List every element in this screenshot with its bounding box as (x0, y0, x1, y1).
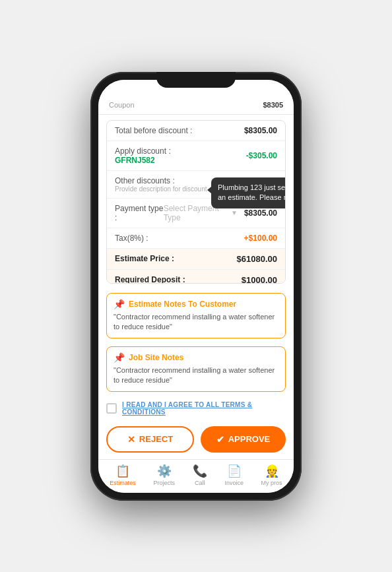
estimate-price-row: Estimate Price : $61080.00 (107, 249, 285, 270)
top-bar: Coupon $8305 (98, 98, 294, 115)
other-discounts-label: Other discounts : (115, 176, 207, 185)
nav-item-estimates[interactable]: 📋 Estimates (110, 464, 136, 486)
reject-icon: ✕ (127, 434, 135, 445)
nav-item-call[interactable]: 📞 Call (193, 464, 207, 486)
other-discounts-desc: Provide description for discount (115, 185, 207, 193)
total-before-discount-row: Total before discount : $8305.00 (107, 121, 285, 141)
discount-value: -$305.00 (246, 151, 277, 160)
call-icon: 📞 (193, 464, 207, 478)
price-section: Total before discount : $8305.00 Apply d… (106, 120, 286, 284)
nav-item-invoice[interactable]: 📄 Invoice (224, 464, 244, 486)
nav-item-projects[interactable]: ⚙️ Projects (154, 464, 176, 486)
jobsite-notes-text: "Contractor recommend installing a water… (114, 365, 278, 386)
jobsite-notes-section: 📌 Job Site Notes "Contractor recommend i… (106, 346, 286, 392)
projects-icon: ⚙️ (157, 464, 172, 478)
call-label: Call (195, 480, 205, 486)
terms-label[interactable]: I READ AND I AGREE TO ALL TERMS & CONDIT… (122, 401, 286, 416)
nav-item-my-pros[interactable]: 👷 My pros (261, 464, 282, 486)
apply-discount-label: Apply discount : (115, 146, 171, 156)
reject-label: REJECT (139, 434, 173, 444)
payment-type-label: Payment type : (115, 204, 164, 222)
my-pros-label: My pros (261, 480, 282, 486)
tooltip-bubble: Plumbing 123 just sent you an estimate. … (211, 177, 286, 208)
total-before-discount-value: $8305.00 (244, 126, 277, 135)
reject-button[interactable]: ✕ REJECT (106, 426, 194, 453)
estimate-notes-icon: 📌 (114, 299, 125, 309)
payment-value: $8305.00 (244, 208, 277, 218)
tax-value: +$100.00 (244, 234, 277, 243)
chevron-down-icon: ▼ (231, 209, 238, 216)
estimate-notes-header: 📌 Estimate Notes To Customer (114, 299, 278, 309)
other-discounts-row: Other discounts : Provide description fo… (107, 171, 285, 199)
jobsite-notes-title: Job Site Notes (129, 353, 183, 362)
required-deposit-label: Required Deposit : (115, 275, 185, 284)
invoice-label: Invoice (224, 480, 244, 486)
top-bar-value: $8305 (263, 101, 283, 109)
jobsite-notes-icon: 📌 (114, 352, 125, 363)
approve-button[interactable]: ✔ APPROVE (201, 426, 286, 453)
estimate-notes-title: Estimate Notes To Customer (129, 300, 236, 309)
screen-content: Coupon $8305 Total before discount : $83… (98, 80, 294, 459)
projects-label: Projects (154, 480, 176, 486)
terms-row: I READ AND I AGREE TO ALL TERMS & CONDIT… (98, 396, 294, 421)
estimate-price-label: Estimate Price : (115, 254, 174, 263)
estimates-label: Estimates (110, 480, 136, 486)
estimate-notes-text: "Contractor recommend installing a water… (114, 312, 278, 333)
my-pros-icon: 👷 (265, 464, 279, 478)
discount-code: GFRNJ582 (115, 156, 171, 165)
phone-screen: Coupon $8305 Total before discount : $83… (98, 80, 294, 493)
approve-icon: ✔ (216, 434, 224, 445)
required-deposit-value: $1000.00 (242, 275, 277, 284)
approve-label: APPROVE (228, 434, 271, 444)
total-before-discount-label: Total before discount : (115, 126, 192, 135)
jobsite-notes-header: 📌 Job Site Notes (114, 352, 278, 363)
invoice-icon: 📄 (227, 464, 242, 478)
estimate-price-value: $61080.00 (237, 254, 277, 264)
terms-checkbox[interactable] (106, 403, 117, 414)
action-buttons: ✕ REJECT ✔ APPROVE (98, 421, 294, 459)
estimate-notes-section: 📌 Estimate Notes To Customer "Contractor… (106, 293, 286, 338)
estimates-icon: 📋 (115, 464, 130, 478)
tax-label: Tax(8%) : (115, 234, 148, 243)
top-bar-label: Coupon (109, 101, 135, 109)
required-deposit-row: Required Deposit : $1000.00 (107, 270, 285, 284)
phone-device: Coupon $8305 Total before discount : $83… (90, 72, 302, 501)
bottom-nav: 📋 Estimates ⚙️ Projects 📞 Call 📄 Invoice… (98, 459, 294, 493)
phone-notch (156, 72, 236, 88)
tax-row: Tax(8%) : +$100.00 (107, 228, 285, 249)
tooltip-text: Plumbing 123 just sent you an estimate. … (218, 183, 286, 201)
apply-discount-row: Apply discount : GFRNJ582 -$305.00 (107, 141, 285, 171)
